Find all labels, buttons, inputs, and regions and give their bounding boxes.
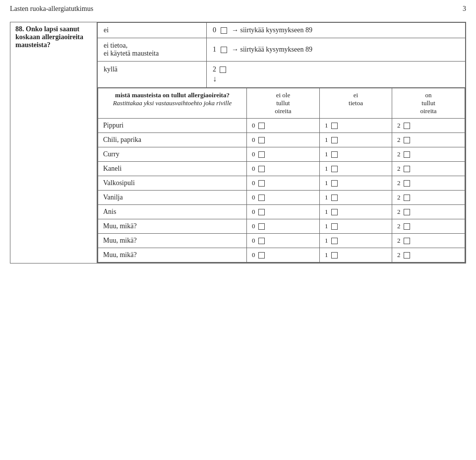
spice-row: Muu, mikä?0 1 2 [98, 219, 465, 234]
spice-question-header: mistä mausteista on tullut allergiaoirei… [98, 88, 247, 119]
spice-col-1-row-0: 1 [319, 119, 392, 133]
spice-col-1-row-1: 1 [319, 133, 392, 147]
page-number: 3 [463, 5, 466, 13]
spice-col-0-row-0: 0 [247, 119, 320, 133]
option-ei-value: 0 → siirtykää kysymykseen 89 [207, 23, 466, 38]
checkbox-0-2[interactable] [258, 151, 265, 158]
option-eitietoa-value: 1 → siirtykää kysymykseen 89 [207, 38, 466, 62]
checkbox-2-9[interactable] [404, 252, 410, 259]
option-kylla-label: kyllä [98, 62, 207, 88]
checkbox-2-4[interactable] [404, 180, 410, 187]
option-kylla-row: kyllä 2 ↓ [98, 62, 466, 88]
option-ei-row: ei 0 → siirtykää kysymykseen 89 [98, 23, 466, 38]
spice-row: Muu, mikä?0 1 2 [98, 248, 465, 263]
question-cell: 88. Onko lapsi saanut koskaan allergiaoi… [10, 22, 97, 263]
spice-col-1-row-2: 1 [319, 147, 392, 162]
checkbox-2-2[interactable] [404, 151, 410, 158]
checkbox-0-9[interactable] [258, 252, 265, 259]
spice-col-0-row-7: 0 [247, 219, 320, 234]
option-kylla-value: 2 ↓ [207, 62, 466, 88]
spice-name-2: Curry [98, 147, 247, 162]
checkbox-2-1[interactable] [404, 137, 410, 143]
checkbox-2-3[interactable] [404, 166, 410, 172]
option-eitietoa-arrow: 1 → siirtykää kysymykseen 89 [213, 46, 459, 54]
checkbox-1-0[interactable] [331, 123, 338, 129]
kylla-number: 2 [213, 66, 228, 73]
spice-col-1-row-5: 1 [319, 191, 392, 205]
spice-col-1-row-4: 1 [319, 176, 392, 191]
spice-table: mistä mausteista on tullut allergiaoirei… [98, 88, 465, 263]
spice-col-2-row-3: 2 [392, 162, 465, 176]
option-ei-label: ei [98, 23, 207, 38]
checkbox-2-7[interactable] [404, 223, 410, 230]
checkbox-0-0[interactable] [258, 123, 265, 129]
spice-col-1-row-6: 1 [319, 205, 392, 219]
checkbox-1-5[interactable] [331, 195, 338, 201]
main-table: 88. Onko lapsi saanut koskaan allergiaoi… [10, 22, 466, 263]
spice-name-3: Kaneli [98, 162, 247, 176]
spice-col-0-row-3: 0 [247, 162, 320, 176]
spice-col-2-row-2: 2 [392, 147, 465, 162]
top-options-table: ei 0 → siirtykää kysymykseen 89 ei tieto… [97, 22, 466, 263]
spice-col-1-row-7: 1 [319, 219, 392, 234]
spice-col-1-row-8: 1 [319, 234, 392, 248]
spice-col-1-row-3: 1 [319, 162, 392, 176]
arrow-down-icon: ↓ [213, 74, 459, 83]
page-header: Lasten ruoka-allergiatutkimus 3 [10, 5, 466, 13]
checkbox-0-7[interactable] [258, 223, 265, 230]
checkbox-1-1[interactable] [331, 137, 338, 143]
spice-name-5: Vanilja [98, 191, 247, 205]
checkbox-1-2[interactable] [331, 151, 338, 158]
spice-col-2-row-5: 2 [392, 191, 465, 205]
spice-row: Curry0 1 2 [98, 147, 465, 162]
spice-instruction: Rastittakaa yksi vastausvaihtoehto joka … [113, 99, 232, 107]
spice-col-2-row-6: 2 [392, 205, 465, 219]
spice-row: Anis0 1 2 [98, 205, 465, 219]
checkbox-0-3[interactable] [258, 166, 265, 172]
spice-col-0-row-2: 0 [247, 147, 320, 162]
checkbox-1-9[interactable] [331, 252, 338, 259]
spice-name-1: Chili, paprika [98, 133, 247, 147]
col-header-2: ontullutoireita [392, 88, 465, 119]
checkbox-1-8[interactable] [331, 238, 338, 244]
checkbox-0-8[interactable] [258, 238, 265, 244]
page-title: Lasten ruoka-allergiatutkimus [10, 5, 93, 13]
spice-col-0-row-5: 0 [247, 191, 320, 205]
spice-col-2-row-9: 2 [392, 248, 465, 263]
checkbox-eitietoa[interactable] [221, 47, 227, 53]
spice-col-0-row-6: 0 [247, 205, 320, 219]
checkbox-1-4[interactable] [331, 180, 338, 187]
spice-col-2-row-1: 2 [392, 133, 465, 147]
checkbox-0-4[interactable] [258, 180, 265, 187]
checkbox-2-5[interactable] [404, 195, 410, 201]
spice-col-0-row-1: 0 [247, 133, 320, 147]
checkbox-1-7[interactable] [331, 223, 338, 230]
checkbox-0-5[interactable] [258, 195, 265, 201]
spice-name-4: Valkosipuli [98, 176, 247, 191]
spice-row: Muu, mikä?0 1 2 [98, 234, 465, 248]
checkbox-kylla[interactable] [220, 66, 226, 73]
spice-col-2-row-0: 2 [392, 119, 465, 133]
checkbox-2-0[interactable] [404, 123, 410, 129]
spice-name-7: Muu, mikä? [98, 219, 247, 234]
spice-col-0-row-4: 0 [247, 176, 320, 191]
spice-name-8: Muu, mikä? [98, 234, 247, 248]
option-ei-arrow: 0 → siirtykää kysymykseen 89 [213, 26, 459, 34]
checkbox-2-6[interactable] [404, 209, 410, 215]
question-text: Onko lapsi saanut koskaan allergiaoireit… [15, 25, 83, 49]
option-eitietoa-row: ei tietoa,ei käytetä mausteita 1 → siirt… [98, 38, 466, 62]
col-header-0: ei oletullutoireita [247, 88, 320, 119]
checkbox-0-1[interactable] [258, 137, 265, 143]
spice-row: Chili, paprika0 1 2 [98, 133, 465, 147]
checkbox-1-6[interactable] [331, 209, 338, 215]
spice-header-row: mistä mausteista on tullut allergiaoirei… [98, 88, 465, 119]
sub-section-cell: mistä mausteista on tullut allergiaoirei… [98, 88, 466, 263]
spice-name-0: Pippuri [98, 119, 247, 133]
checkbox-ei[interactable] [221, 27, 227, 34]
checkbox-1-3[interactable] [331, 166, 338, 172]
col-header-1: eitietoa [319, 88, 392, 119]
checkbox-0-6[interactable] [258, 209, 265, 215]
checkbox-2-8[interactable] [404, 238, 410, 244]
spice-row: Valkosipuli0 1 2 [98, 176, 465, 191]
question-number: 88. [15, 25, 24, 33]
